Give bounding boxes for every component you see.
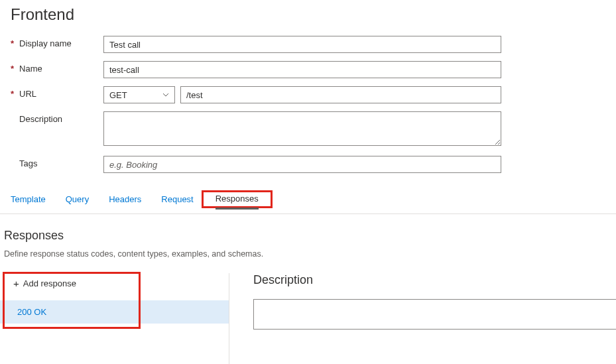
label-name: Name	[19, 64, 42, 74]
required-star: *	[11, 89, 14, 99]
label-description: Description	[19, 114, 62, 124]
label-display-name: Display name	[19, 38, 72, 48]
input-name[interactable]	[103, 61, 501, 78]
highlight-box-tab: Responses	[202, 190, 273, 208]
label-tags: Tags	[19, 158, 37, 168]
tab-headers[interactable]: Headers	[109, 192, 141, 207]
required-star: *	[11, 64, 14, 74]
row-url: * URL GET	[0, 86, 616, 103]
row-description: * Description	[0, 111, 616, 148]
page-title: Frontend	[11, 5, 616, 24]
method-value: GET	[109, 90, 127, 100]
select-http-method[interactable]: GET	[103, 86, 175, 103]
row-display-name: * Display name	[0, 36, 616, 53]
responses-section-title: Responses	[4, 229, 616, 243]
responses-list: + Add response 200 OK	[0, 273, 229, 324]
add-response-label: Add response	[23, 278, 76, 288]
textarea-description[interactable]	[103, 111, 501, 146]
label-url: URL	[19, 89, 36, 99]
tabs-row: Template Query Headers Request Responses	[0, 181, 616, 214]
plus-icon: +	[13, 278, 19, 288]
tab-request[interactable]: Request	[161, 192, 193, 207]
response-item-200[interactable]: 200 OK	[0, 300, 229, 324]
chevron-down-icon	[162, 91, 169, 98]
row-name: * Name	[0, 61, 616, 78]
row-tags: * Tags	[0, 156, 616, 173]
tab-query[interactable]: Query	[66, 192, 89, 207]
tab-template[interactable]: Template	[11, 192, 46, 207]
response-detail: Description	[229, 273, 616, 364]
input-tags[interactable]	[103, 156, 501, 173]
input-display-name[interactable]	[103, 36, 501, 53]
input-url-path[interactable]	[180, 86, 501, 103]
responses-subtitle: Define response status codes, content ty…	[4, 249, 616, 259]
add-response-button[interactable]: + Add response	[0, 273, 229, 294]
responses-layout: + Add response 200 OK Description	[0, 273, 616, 364]
tab-responses[interactable]: Responses	[216, 191, 259, 210]
response-description-label: Description	[253, 273, 616, 287]
response-description-textarea[interactable]	[253, 299, 616, 330]
required-star: *	[11, 38, 14, 48]
